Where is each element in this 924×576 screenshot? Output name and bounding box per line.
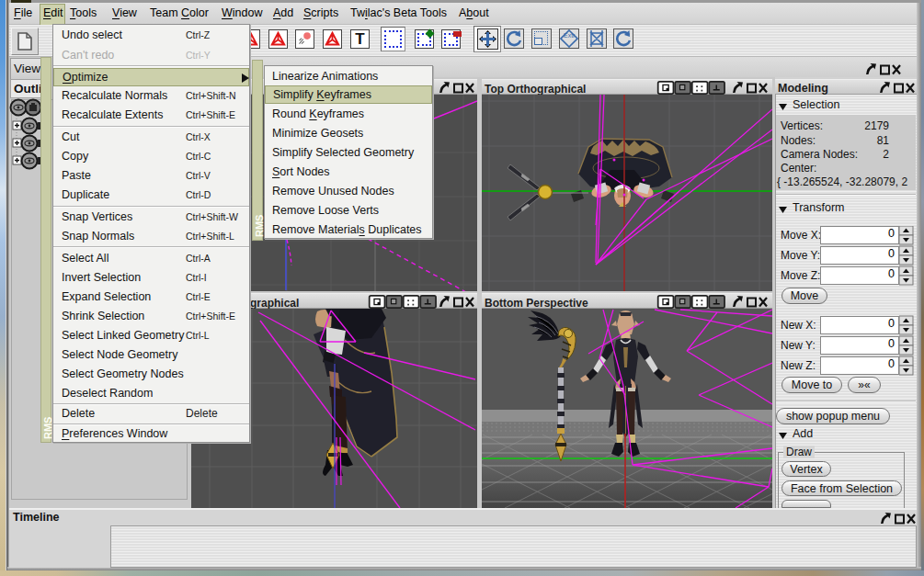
svg-text:Extr: Extr: [564, 32, 576, 39]
